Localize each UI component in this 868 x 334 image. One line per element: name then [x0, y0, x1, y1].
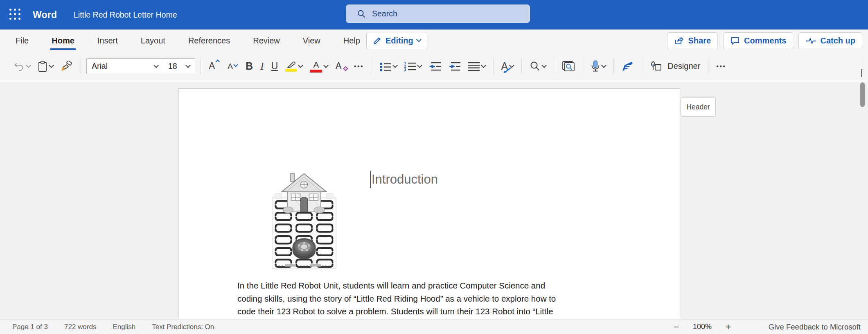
search-pages-button[interactable]	[559, 58, 578, 75]
collapse-ribbon-button[interactable]	[861, 69, 862, 77]
font-name-value: Arial	[92, 61, 108, 71]
alignment-button[interactable]	[465, 59, 489, 74]
document-workspace: Introduction In the Little Red Robot Uni…	[0, 82, 868, 319]
shrink-font-button[interactable]: A	[224, 59, 241, 73]
undo-dropdown-chevron[interactable]	[26, 63, 31, 68]
caret-up-icon	[216, 59, 220, 64]
status-bar-right: − 100% + Give Feedback to Microsoft	[674, 323, 861, 332]
comments-button[interactable]: Comments	[723, 32, 793, 49]
text-highlight-button[interactable]	[282, 58, 306, 75]
zoom-in-button[interactable]: +	[726, 323, 731, 332]
designer-button[interactable]: Designer	[647, 58, 703, 75]
bold-icon: B	[246, 61, 253, 71]
ellipsis-icon: •••	[716, 62, 726, 70]
zoom-out-button[interactable]: −	[674, 323, 679, 332]
toolbar-divider	[521, 58, 522, 75]
document-heading-block[interactable]: Introduction	[370, 171, 438, 188]
numbering-button[interactable]: 1 2 3	[401, 59, 425, 74]
page-count-status[interactable]: Page 1 of 3	[12, 323, 48, 331]
word-count-status[interactable]: 722 words	[64, 323, 96, 331]
paste-dropdown-chevron[interactable]	[49, 63, 54, 68]
feedback-link[interactable]: Give Feedback to Microsoft	[769, 323, 861, 332]
microphone-icon	[591, 60, 600, 73]
paragraph-line: In the Little Red Robot Unit, students w…	[237, 279, 655, 292]
app-name: Word	[33, 0, 57, 30]
paragraph-line: code their 123 Robot to solve a problem.…	[237, 305, 655, 318]
document-paragraph[interactable]: In the Little Red Robot Unit, students w…	[237, 279, 655, 318]
clear-formatting-button[interactable]: A	[332, 59, 349, 74]
tab-references[interactable]: References	[187, 34, 231, 47]
tab-view[interactable]: View	[302, 34, 321, 47]
undo-button[interactable]	[11, 59, 34, 74]
eraser-diamond-icon	[343, 66, 348, 71]
paste-button[interactable]	[34, 58, 56, 75]
styles-button[interactable]: A	[498, 58, 517, 74]
bold-button[interactable]: B	[242, 58, 256, 74]
underline-icon: U	[271, 61, 278, 71]
text-cursor	[370, 171, 371, 188]
catch-up-button[interactable]: Catch up	[798, 32, 862, 49]
find-dropdown-chevron[interactable]	[541, 63, 547, 68]
header-region-tab[interactable]: Header	[681, 98, 716, 117]
grow-font-icon: A	[209, 61, 215, 71]
dictate-button[interactable]	[588, 57, 609, 75]
vertical-scrollbar-thumb[interactable]	[860, 82, 865, 107]
status-bar: Page 1 of 3 722 words English Text Predi…	[0, 319, 868, 334]
italic-button[interactable]: I	[257, 58, 267, 75]
tab-help[interactable]: Help	[343, 34, 361, 47]
robot-mat-house-image[interactable]	[271, 168, 337, 274]
font-color-dropdown-chevron[interactable]	[324, 63, 329, 68]
zoom-level[interactable]: 100%	[693, 323, 712, 331]
toolbar-divider	[372, 58, 372, 75]
activity-pulse-icon	[805, 36, 816, 45]
search-placeholder: Search	[372, 9, 397, 18]
search-input[interactable]: Search	[346, 5, 530, 23]
document-title[interactable]: Little Red Robot Letter Home	[74, 0, 177, 30]
editor-pen-icon	[622, 61, 634, 72]
font-color-button[interactable]: A	[307, 57, 331, 75]
top-app-bar: Word Little Red Robot Letter Home Search	[0, 0, 868, 30]
grow-font-button[interactable]: A	[205, 59, 223, 74]
font-name-select[interactable]: Arial	[86, 58, 163, 74]
bullets-dropdown-chevron[interactable]	[392, 63, 398, 68]
tab-home[interactable]: Home	[51, 34, 75, 47]
ribbon-tabs-row: File Home Insert Layout References Revie…	[0, 30, 868, 52]
app-launcher-icon[interactable]	[9, 9, 22, 21]
numbering-dropdown-chevron[interactable]	[417, 63, 422, 68]
pages-magnifier-icon	[562, 61, 575, 72]
bullets-button[interactable]	[377, 59, 400, 74]
format-painter-button[interactable]	[57, 58, 76, 75]
word-online-app: Word Little Red Robot Letter Home Search…	[0, 0, 868, 334]
catch-up-label: Catch up	[820, 36, 855, 45]
comments-label: Comments	[744, 36, 786, 45]
italic-icon: I	[260, 61, 264, 72]
toolbar-divider	[864, 58, 864, 75]
dictate-dropdown-chevron[interactable]	[601, 63, 606, 68]
tab-file[interactable]: File	[15, 34, 29, 47]
tab-layout[interactable]: Layout	[140, 34, 166, 47]
designer-icon	[650, 61, 663, 72]
editor-button[interactable]	[618, 58, 637, 75]
alignment-dropdown-chevron[interactable]	[481, 63, 486, 68]
share-icon	[674, 36, 684, 45]
more-ribbon-options-button[interactable]: •••	[713, 59, 729, 73]
chevron-down-icon	[861, 69, 862, 77]
highlighter-icon	[285, 61, 297, 72]
language-status[interactable]: English	[113, 323, 135, 331]
more-font-options-button[interactable]: •••	[351, 59, 367, 73]
tab-insert[interactable]: Insert	[97, 34, 119, 47]
highlight-color-swatch	[285, 69, 297, 72]
numbered-list-icon: 1 2 3	[404, 61, 416, 71]
font-color-icon: A	[310, 60, 322, 73]
highlight-dropdown-chevron[interactable]	[298, 63, 304, 68]
editing-mode-button[interactable]: Editing	[366, 32, 427, 49]
find-button[interactable]	[526, 58, 549, 75]
tab-review[interactable]: Review	[252, 34, 281, 47]
underline-button[interactable]: U	[268, 59, 282, 74]
document-page[interactable]: Introduction In the Little Red Robot Uni…	[178, 89, 680, 320]
share-button[interactable]: Share	[667, 32, 718, 49]
text-predictions-status[interactable]: Text Predictions: On	[152, 323, 214, 331]
font-size-select[interactable]: 18	[163, 58, 195, 74]
decrease-indent-button[interactable]	[426, 59, 444, 74]
increase-indent-button[interactable]	[445, 59, 464, 74]
